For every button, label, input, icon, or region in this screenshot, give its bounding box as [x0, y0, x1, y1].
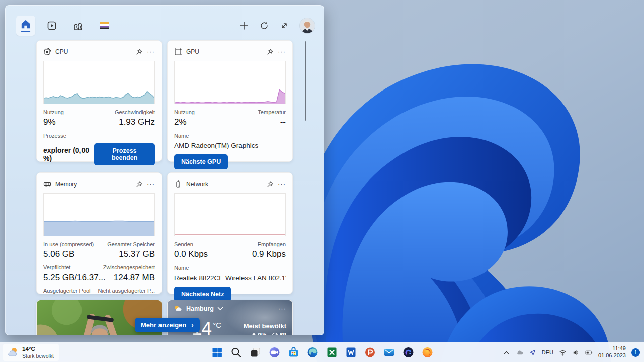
raindrop-icon	[252, 332, 256, 335]
search-button[interactable]	[230, 346, 243, 358]
network-card-title: Network	[186, 180, 208, 188]
notification-badge[interactable]: 1	[631, 348, 640, 357]
chat-button[interactable]	[268, 346, 281, 358]
taskbar-weather-temp: 14°C	[22, 345, 54, 352]
firefox-icon	[421, 346, 433, 358]
memory-inuse-value: 5.06 GB	[43, 249, 74, 259]
home-icon	[20, 19, 31, 29]
tab-home[interactable]	[16, 16, 35, 36]
onedrive-cloud-icon[interactable]	[516, 349, 523, 356]
desktop: CPU ··· Nutzung Geschwindigkeit 9%	[0, 0, 644, 362]
chevron-down-icon[interactable]	[217, 307, 223, 311]
weather-unit: °C	[213, 321, 221, 329]
gpu-chart	[174, 61, 286, 104]
edge-icon	[306, 346, 318, 358]
language-indicator[interactable]: DEU	[542, 349, 553, 355]
cpu-chart	[43, 61, 155, 104]
tab-flag[interactable]	[95, 16, 114, 36]
taskbar-apps	[211, 346, 434, 358]
wifi-icon[interactable]	[559, 349, 567, 356]
next-gpu-button[interactable]: Nächste GPU	[174, 154, 228, 169]
widgets-toolbar	[16, 15, 315, 36]
clock-date: 01.06.2023	[598, 352, 626, 359]
memory-total-label: Gesamter Speicher	[107, 241, 155, 247]
weather-location[interactable]: Hamburg	[186, 305, 214, 312]
games-chess-icon	[72, 20, 84, 31]
network-more-menu[interactable]: ···	[278, 182, 286, 187]
cpu-process-name: explorer (0,00 %)	[43, 146, 94, 162]
add-widget-icon[interactable]	[239, 21, 249, 30]
store-button[interactable]	[287, 346, 300, 358]
user-avatar[interactable]	[300, 18, 315, 33]
gpu-card-title: GPU	[186, 48, 199, 55]
tab-games[interactable]	[68, 16, 88, 36]
memory-total-value: 15.37 GB	[119, 249, 155, 259]
chat-icon	[268, 346, 280, 358]
network-recv-value: 0.9 Kbps	[252, 249, 286, 259]
show-more-button[interactable]: Mehr anzeigen ›	[135, 318, 200, 332]
battery-icon[interactable]	[585, 349, 593, 356]
cpu-card-title: CPU	[55, 48, 68, 55]
cpu-usage-label: Nutzung	[43, 109, 64, 115]
firefox-button[interactable]	[421, 346, 434, 358]
mail-button[interactable]	[383, 346, 395, 358]
excel-icon	[326, 346, 338, 358]
widgets-tabs	[16, 16, 114, 36]
pin-icon[interactable]	[135, 48, 143, 56]
clipchamp-button[interactable]	[402, 346, 415, 358]
network-name-value: Realtek 8822CE Wireless LAN 802.11ac P..…	[174, 274, 286, 282]
task-view-button[interactable]	[249, 346, 262, 358]
pin-icon[interactable]	[266, 180, 274, 188]
store-icon	[287, 346, 299, 358]
taskbar-weather-condition: Stark bewölkt	[22, 353, 54, 359]
word-button[interactable]	[345, 346, 357, 358]
gpu-more-menu[interactable]: ···	[278, 49, 286, 54]
gpu-usage-label: Nutzung	[174, 109, 195, 115]
start-icon	[211, 346, 223, 358]
speaker-icon[interactable]	[572, 349, 580, 356]
excel-button[interactable]	[326, 346, 338, 358]
refresh-icon[interactable]	[260, 21, 269, 30]
network-widget[interactable]: Network ··· Senden Empfangen 0.0 Kbps	[167, 172, 293, 294]
memory-paged-label: Ausgelagerter Pool	[43, 288, 91, 294]
memory-nonpaged-label: Nicht ausgelagerter P...	[98, 288, 155, 294]
expand-icon[interactable]	[280, 21, 289, 30]
panel-scrollbar[interactable]	[305, 41, 306, 121]
chevron-up-icon[interactable]	[503, 349, 510, 356]
weather-more-menu[interactable]: ···	[278, 306, 286, 311]
end-process-button[interactable]: Prozess beenden	[94, 143, 155, 165]
taskbar-widgets-button[interactable]: 14°C Stark bewölkt	[3, 344, 59, 361]
task-view-icon	[249, 346, 261, 358]
network-recv-label: Empfangen	[258, 241, 286, 247]
gpu-temp-label: Temperatur	[258, 109, 286, 115]
clock[interactable]: 11:49 01.06.2023	[598, 345, 626, 359]
memory-cached-label: Zwischengespeichert	[103, 264, 155, 270]
weather-precip: 0%	[258, 332, 266, 335]
location-icon[interactable]	[529, 349, 536, 356]
pin-icon[interactable]	[266, 48, 274, 56]
taskbar-tray: DEU 11:49 01.06.2023 1	[503, 342, 640, 362]
pin-icon[interactable]	[135, 180, 143, 188]
edge-button[interactable]	[306, 346, 319, 358]
network-send-label: Senden	[174, 241, 193, 247]
memory-more-menu[interactable]: ···	[147, 182, 155, 187]
memory-committed-value: 5.25 GB/16.37...	[43, 273, 106, 283]
cpu-more-menu[interactable]: ···	[147, 49, 155, 54]
tab-entertainment[interactable]	[42, 16, 61, 36]
gpu-widget[interactable]: GPU ··· Nutzung Temperatur 2% --	[167, 40, 293, 162]
weather-humidity: 68	[280, 332, 286, 335]
powerpoint-icon	[364, 346, 376, 358]
start-button[interactable]	[211, 346, 223, 358]
search-icon	[230, 346, 242, 358]
network-icon	[174, 180, 182, 188]
clipchamp-icon	[402, 346, 414, 358]
gpu-temp-value: --	[280, 117, 286, 127]
widgets-actions	[239, 18, 315, 33]
cpu-icon	[43, 48, 51, 56]
memory-committed-label: Verpflichtet	[43, 264, 70, 270]
cpu-widget[interactable]: CPU ··· Nutzung Geschwindigkeit 9%	[36, 40, 162, 162]
memory-widget[interactable]: Memory ··· In use (compressed) Gesamter …	[36, 172, 162, 294]
chevron-right-icon: ›	[191, 321, 193, 329]
powerpoint-button[interactable]	[364, 346, 376, 358]
memory-inuse-label: In use (compressed)	[43, 241, 94, 247]
